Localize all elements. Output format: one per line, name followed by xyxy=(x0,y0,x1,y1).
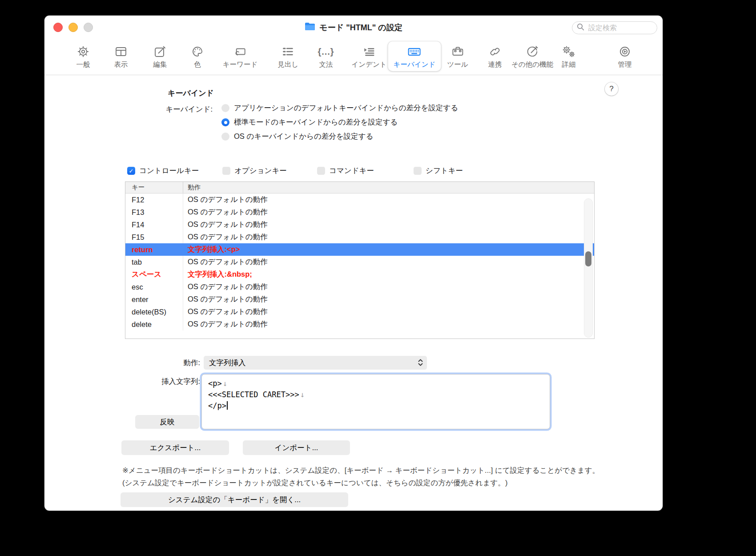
desktop-background: モード "HTML" の設定 一般 表示 編集 色 xyxy=(0,0,756,556)
table-row[interactable]: F12 OS のデフォルトの動作 xyxy=(125,193,594,206)
table-row[interactable]: tab OS のデフォルトの動作 xyxy=(125,256,594,268)
textarea-line: <<<SELECTED CARET>>>↓ xyxy=(208,389,543,400)
toolbar-item-syntax[interactable]: {...} 文法 xyxy=(312,41,339,71)
table-header: キー 動作 xyxy=(125,182,594,193)
modifier-checkbox[interactable]: ✓ オプションキー xyxy=(222,165,287,177)
insert-string-textarea[interactable]: <p>↓ <<<SELECTED CARET>>>↓ </p>↓ xyxy=(201,374,550,429)
keyboard-icon xyxy=(407,44,422,60)
link-icon xyxy=(488,44,502,60)
radio-option[interactable]: アプリケーションのデフォルトキーバインドからの差分を設定する xyxy=(221,101,458,115)
action-label: 動作: xyxy=(111,356,200,370)
modifier-checkbox[interactable]: ✓ コントロールキー xyxy=(127,165,199,177)
table-row[interactable]: delete OS のデフォルトの動作 xyxy=(125,318,594,330)
keybind-mode-label: キーバインド: xyxy=(125,105,213,114)
table-row[interactable]: esc OS のデフォルトの動作 xyxy=(125,281,594,293)
checkbox-icon: ✓ xyxy=(317,167,325,175)
toolbar-item-indent[interactable]: インデント xyxy=(346,41,392,71)
circle-pencil-icon xyxy=(525,44,539,60)
checkbox-icon: ✓ xyxy=(414,167,422,175)
chevron-up-down-icon xyxy=(418,358,423,369)
settings-search-field[interactable] xyxy=(572,21,657,34)
checkbox-icon: ✓ xyxy=(222,167,230,175)
footnote: ※メニュー項目のキーボードショートカットは、システム設定の、[キーボード → キ… xyxy=(122,464,647,489)
return-symbol: ↓ xyxy=(300,390,305,399)
toolbar-item-integration[interactable]: 連携 xyxy=(483,41,507,71)
table-row[interactable]: F14 OS のデフォルトの動作 xyxy=(125,218,594,231)
action-dropdown-value: 文字列挿入 xyxy=(209,358,246,368)
gears-icon xyxy=(561,44,576,60)
action-dropdown[interactable]: 文字列挿入 xyxy=(204,356,427,370)
gear-icon xyxy=(76,44,90,60)
footnote-line2: (システム設定でキーボードショートカットが設定されているキーについては、そちらの… xyxy=(122,476,647,489)
folder-icon xyxy=(305,22,315,33)
modifier-checkbox[interactable]: ✓ シフトキー xyxy=(414,165,463,177)
table-row[interactable]: return 文字列挿入:<p> xyxy=(125,243,594,256)
apply-button[interactable]: 反映 xyxy=(135,415,199,429)
table-body: F12 OS のデフォルトの動作 F13 OS のデフォルトの動作 F14 OS… xyxy=(125,193,594,330)
checkbox-icon: ✓ xyxy=(127,167,135,175)
textarea-line: </p>↓ xyxy=(208,400,543,411)
briefcase-icon xyxy=(450,44,465,60)
table-scrollbar-thumb[interactable] xyxy=(585,251,591,266)
edit-icon xyxy=(153,44,167,60)
radio-icon xyxy=(221,133,229,141)
page-title: キーバインド xyxy=(168,88,214,98)
table-row[interactable]: スペース 文字列挿入:&nbsp; xyxy=(125,268,594,281)
return-symbol: ↓ xyxy=(223,379,227,388)
toolbar-item-keyword[interactable]: キーワード xyxy=(217,41,263,71)
radio-icon xyxy=(221,104,229,112)
window-title: モード "HTML" の設定 xyxy=(44,16,663,39)
toolbar-item-misc[interactable]: その他の機能 xyxy=(506,41,559,71)
text-caret xyxy=(227,401,228,410)
column-header-action[interactable]: 動作 xyxy=(183,183,594,192)
textarea-line: <p>↓ xyxy=(208,378,543,389)
table-scrollbar-track[interactable] xyxy=(584,198,593,338)
radio-icon xyxy=(221,118,229,126)
table-row[interactable]: F13 OS のデフォルトの動作 xyxy=(125,206,594,218)
modifier-checkbox[interactable]: ✓ コマンドキー xyxy=(317,165,374,177)
open-system-keyboard-settings-button[interactable]: システム設定の「キーボード」を開く... xyxy=(121,492,348,507)
toolbar-item-general[interactable]: 一般 xyxy=(71,41,96,71)
table-row[interactable]: delete(BS) OS のデフォルトの動作 xyxy=(125,306,594,318)
toolbar-item-manage[interactable]: 管理 xyxy=(612,41,637,71)
radio-option[interactable]: OS のキーバインドからの差分を設定する xyxy=(221,129,458,144)
braces-icon: {...} xyxy=(318,44,334,60)
import-button[interactable]: インポート... xyxy=(243,440,350,455)
indent-icon xyxy=(362,44,376,60)
table-row[interactable]: F15 OS のデフォルトの動作 xyxy=(125,231,594,243)
toolbar-item-tools[interactable]: ツール xyxy=(442,41,473,71)
toolbar-item-keybind[interactable]: キーバインド xyxy=(388,41,441,71)
toolbar-item-heading[interactable]: 見出し xyxy=(273,41,304,71)
keyword-card-icon xyxy=(233,44,247,60)
table-row[interactable]: enter OS のデフォルトの動作 xyxy=(125,293,594,306)
help-button[interactable]: ? xyxy=(605,82,618,96)
circled-dial-icon xyxy=(618,44,632,60)
footnote-line1: ※メニュー項目のキーボードショートカットは、システム設定の、[キーボード → キ… xyxy=(122,464,647,476)
palette-icon xyxy=(190,44,205,60)
insert-string-label: 挿入文字列: xyxy=(111,377,200,387)
window-title-text: モード "HTML" の設定 xyxy=(319,22,402,33)
search-input[interactable] xyxy=(587,24,652,32)
toolbar-item-edit[interactable]: 編集 xyxy=(148,41,173,71)
toolbar-item-color[interactable]: 色 xyxy=(185,41,210,71)
toolbar-item-advanced[interactable]: 詳細 xyxy=(556,41,582,71)
toolbar: 一般 表示 編集 色 キーワード 見出し {...} xyxy=(44,39,663,75)
search-icon xyxy=(577,23,584,32)
settings-window: モード "HTML" の設定 一般 表示 編集 色 xyxy=(44,16,663,511)
layout-icon xyxy=(114,44,128,60)
radio-option[interactable]: 標準モードのキーバインドからの差分を設定する xyxy=(221,115,458,129)
export-button[interactable]: エクスポート... xyxy=(121,440,229,455)
column-header-key[interactable]: キー xyxy=(125,182,183,193)
modifier-key-checkboxes: ✓ コントロールキー ✓ オプションキー ✓ コマンドキー ✓ シフトキー xyxy=(44,165,663,177)
keybind-mode-radios: アプリケーションのデフォルトキーバインドからの差分を設定する 標準モードのキーバ… xyxy=(221,101,458,144)
toolbar-item-display[interactable]: 表示 xyxy=(109,41,133,71)
keybinding-table: キー 動作 F12 OS のデフォルトの動作 F13 OS のデフォルトの動作 … xyxy=(125,181,595,339)
list-icon xyxy=(281,44,295,60)
titlebar: モード "HTML" の設定 xyxy=(44,16,663,39)
